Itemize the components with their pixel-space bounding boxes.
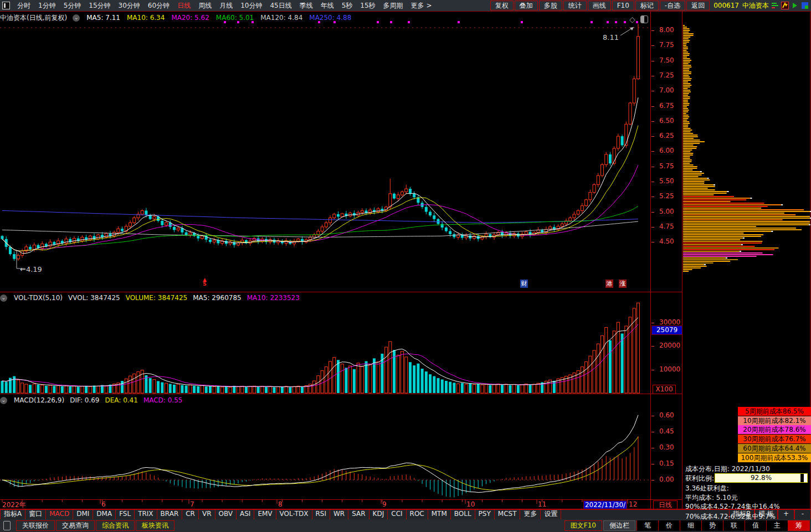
period-tab-周线[interactable]: 周线 [194, 1, 215, 11]
indicator-tab-MACD[interactable]: MACD [46, 510, 73, 519]
status-button-关联报价[interactable]: 关联报价 [16, 520, 55, 531]
period-tab-60分钟[interactable]: 60分钟 [144, 1, 173, 11]
period-tab-15分钟[interactable]: 15分钟 [85, 1, 114, 11]
mini-tab-值[interactable]: 值 [745, 520, 767, 531]
action-button-标记[interactable]: 标记 [635, 1, 659, 11]
chevron-down-icon[interactable]: ⌄ [0, 295, 7, 302]
sidebar-button[interactable]: 侧边栏 [603, 520, 635, 531]
period-tab-5秒[interactable]: 5秒 [338, 1, 357, 11]
indicator-tab-TRIX[interactable]: TRIX [135, 510, 157, 519]
price-tick-5.00: 5.00 [659, 208, 674, 215]
action-button--自选[interactable]: -自选 [660, 1, 685, 11]
mini-tab-价[interactable]: 价 [659, 520, 680, 531]
mini-tab-筹[interactable]: 筹 [788, 520, 810, 531]
period-tab-10分钟[interactable]: 10分钟 [237, 1, 266, 11]
year-label: 2022年 [2, 500, 26, 510]
profit-ratio-value: 92.8% [715, 474, 807, 482]
header-value: DIF: 0.69 [70, 396, 99, 404]
price-tick-5.75: 5.75 [659, 162, 674, 170]
event-badge-港[interactable]: 港 [605, 280, 613, 288]
period-tab-45日线[interactable]: 45日线 [266, 1, 295, 11]
period-tab-月线[interactable]: 月线 [215, 1, 237, 11]
mini-tab-细[interactable]: 细 [680, 520, 702, 531]
period-tab-5分钟[interactable]: 5分钟 [60, 1, 85, 11]
indicator-tab-FSL[interactable]: FSL [116, 510, 135, 519]
main-menu-icon[interactable] [2, 2, 10, 9]
cursor-date-badge: 2022/11/30/三 [583, 500, 627, 509]
period-tab-更多 >[interactable]: 更多 > [407, 1, 436, 11]
indicator-tab-VOL-TDX[interactable]: VOL-TDX [276, 510, 312, 519]
level2-quotes-icon[interactable] [771, 2, 779, 9]
indicator-tab-BOLL[interactable]: BOLL [451, 510, 475, 519]
mobile-device-icon[interactable] [3, 521, 11, 530]
chart-title: 中油资本(日线,前复权) [0, 13, 67, 23]
mini-tab-势[interactable]: 势 [702, 520, 723, 531]
indicator-tab-MCST[interactable]: MCST [495, 510, 521, 519]
indicator-tab-VR[interactable]: VR [199, 510, 215, 519]
header-value: VOL-TDX(5,10) [14, 294, 63, 302]
period-tab-分时[interactable]: 分时 [13, 1, 34, 11]
indicator-tab-指标A[interactable]: 指标A [0, 510, 25, 519]
header-value: MACD(12,26,9) [14, 396, 64, 404]
indicator-tab-DMA[interactable]: DMA [93, 510, 116, 519]
header-value: DEA: 0.41 [105, 396, 137, 404]
period-tab-季线[interactable]: 季线 [296, 1, 317, 11]
mini-tab-联[interactable]: 联 [723, 520, 745, 531]
action-button-多股[interactable]: 多股 [539, 1, 562, 11]
indicator-tab-CCI[interactable]: CCI [388, 510, 406, 519]
header-value: MA120: 4.84 [260, 14, 302, 22]
period-tab-1分钟[interactable]: 1分钟 [34, 1, 60, 11]
indicator-tab-PSY[interactable]: PSY [475, 510, 495, 519]
indicator-tab-设置[interactable]: 设置 [541, 510, 561, 519]
indicator-tab-EMV[interactable]: EMV [254, 510, 276, 519]
tdx-logo-icon[interactable] [781, 2, 789, 9]
indicator-tab-ASI[interactable]: ASI [237, 510, 254, 519]
indicator-tab-KDJ[interactable]: KDJ [369, 510, 388, 519]
chart-canvas[interactable] [0, 0, 811, 532]
period-tab-15秒[interactable]: 15秒 [356, 1, 379, 11]
action-button-叠加[interactable]: 叠加 [515, 1, 538, 11]
header-value: MACD: 0.55 [143, 396, 183, 404]
mini-tab-主[interactable]: 主 [767, 520, 788, 531]
action-button-画线[interactable]: 画线 [588, 1, 611, 11]
status-button-板块资讯[interactable]: 板块资讯 [136, 520, 174, 531]
macd-tick-0.00: 0.00 [659, 476, 674, 483]
avg-cost: 平均成本: 5.10元 [685, 493, 738, 503]
next-stock-icon[interactable] [791, 2, 799, 9]
indicator-tab-RSI[interactable]: RSI [312, 510, 331, 519]
f10-button[interactable]: 图文F10 [564, 520, 602, 531]
event-badge-财[interactable]: 财 [520, 280, 528, 288]
month-label-10: 10 [466, 500, 475, 508]
indicator-tab-DMI[interactable]: DMI [73, 510, 93, 519]
mini-tab-笔[interactable]: 笔 [637, 520, 659, 531]
event-badge-涨[interactable]: 涨 [619, 280, 627, 288]
action-button-统计[interactable]: 统计 [563, 1, 587, 11]
action-button-返回[interactable]: 返回 [686, 1, 710, 11]
diamond-marker-icon[interactable]: ◇ [629, 15, 635, 24]
action-button-复权[interactable]: 复权 [490, 1, 514, 11]
period-tab-多周期[interactable]: 多周期 [379, 1, 407, 11]
period-tab-年线[interactable]: 年线 [317, 1, 338, 11]
indicator-right-+[interactable]: + [778, 510, 794, 519]
pane-toggle-icon[interactable] [640, 16, 648, 23]
indicator-tab-WR[interactable]: WR [330, 510, 348, 519]
stock-name: 中油资本 [742, 1, 769, 11]
indicator-tab-MTM[interactable]: MTM [428, 510, 451, 519]
indicator-tab-OBV[interactable]: OBV [215, 510, 237, 519]
status-button-交易查询[interactable]: 交易查询 [56, 520, 95, 531]
status-button-综合资讯[interactable]: 综合资讯 [96, 520, 135, 531]
chevron-down-icon[interactable]: ⌄ [0, 397, 7, 404]
indicator-right--[interactable]: - [794, 510, 811, 519]
indicator-tab-BRAR[interactable]: BRAR [157, 510, 183, 519]
period-tab-30分钟[interactable]: 30分钟 [115, 1, 144, 11]
workspace-icon[interactable] [801, 2, 809, 9]
indicator-tab-SAR[interactable]: SAR [348, 510, 369, 519]
period-tab-日线[interactable]: 日线 [173, 1, 194, 11]
chevron-down-icon[interactable]: ⌄ [73, 14, 80, 22]
indicator-tab-ROC[interactable]: ROC [407, 510, 428, 519]
volume-current-badge: 25079 [651, 326, 682, 335]
indicator-tab-窗口[interactable]: 窗口 [25, 510, 46, 519]
indicator-tab-更多[interactable]: 更多 [520, 510, 541, 519]
action-button-F10[interactable]: F10 [612, 1, 634, 11]
indicator-tab-CR[interactable]: CR [182, 510, 199, 519]
